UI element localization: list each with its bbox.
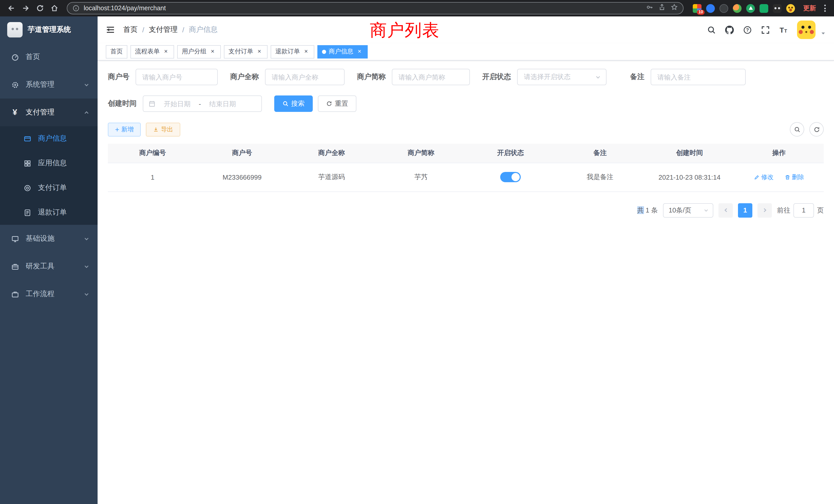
close-icon[interactable]: × xyxy=(303,48,310,55)
search-icon xyxy=(794,126,800,133)
sidebar-fold-icon[interactable] xyxy=(106,25,115,35)
extension-icon-7[interactable] xyxy=(786,4,795,13)
start-date-input[interactable] xyxy=(158,100,197,108)
create-time-range-picker[interactable]: - xyxy=(143,95,262,112)
sidebar-item-payment[interactable]: ¥ 支付管理 xyxy=(0,98,97,126)
extension-icon-6[interactable] xyxy=(773,4,782,13)
tab-merchant-info[interactable]: 商户信息 × xyxy=(317,45,368,58)
sidebar-item-pay-order[interactable]: 支付订单 xyxy=(0,176,97,200)
close-icon[interactable]: × xyxy=(356,48,363,55)
cell-merchant-id: 1 xyxy=(108,163,197,191)
site-info-icon[interactable] xyxy=(72,5,80,12)
table-toolbar: + 新增 导出 xyxy=(108,122,824,137)
trash-icon xyxy=(785,174,790,180)
caret-down-icon[interactable] xyxy=(821,31,826,39)
edit-pencil-icon xyxy=(754,174,760,180)
sidebar-item-workflow[interactable]: 工作流程 xyxy=(0,280,97,308)
short-name-label: 商户简称 xyxy=(357,72,386,82)
extension-icon-4[interactable] xyxy=(746,4,755,13)
payment-submenu: 商户信息 应用信息 支付订单 xyxy=(0,126,97,225)
prev-page-button[interactable] xyxy=(719,203,733,217)
extension-icon-1[interactable] xyxy=(706,4,715,13)
tab-refund-order[interactable]: 退款订单 × xyxy=(271,45,314,58)
url-text[interactable]: localhost:1024/pay/merchant xyxy=(84,5,642,12)
merchant-table: 商户编号 商户号 商户全称 商户简称 开启状态 备注 创建时间 操作 1 xyxy=(108,144,824,192)
search-button[interactable]: 搜索 xyxy=(274,95,313,112)
status-toggle[interactable] xyxy=(500,172,521,182)
coin-icon xyxy=(23,184,32,192)
password-key-icon[interactable] xyxy=(646,4,653,13)
chevron-down-icon xyxy=(84,291,89,297)
tab-home[interactable]: 首页 xyxy=(106,45,127,58)
chrome-update-button[interactable]: 更新 xyxy=(803,4,816,13)
sidebar-item-app-info[interactable]: 应用信息 xyxy=(0,151,97,176)
merchant-name-input[interactable] xyxy=(265,69,345,85)
tab-process-form[interactable]: 流程表单 × xyxy=(130,45,174,58)
sidebar-item-label: 商户信息 xyxy=(38,134,67,143)
font-size-icon[interactable]: TT xyxy=(779,25,788,34)
sidebar-item-merchant-info[interactable]: 商户信息 xyxy=(0,126,97,151)
extensions-menu-icon[interactable]: 10 xyxy=(693,4,702,13)
next-page-button[interactable] xyxy=(758,203,772,217)
chevron-up-icon xyxy=(84,110,89,115)
status-select[interactable]: 请选择开启状态 xyxy=(517,69,607,85)
help-icon[interactable]: ? xyxy=(743,25,752,34)
sidebar-item-system[interactable]: 系统管理 xyxy=(0,71,97,98)
export-button[interactable]: 导出 xyxy=(146,122,180,136)
bookmark-star-icon[interactable] xyxy=(671,4,678,13)
short-name-input[interactable] xyxy=(392,69,470,85)
goto-page-input[interactable] xyxy=(793,203,814,217)
plus-icon: + xyxy=(115,126,119,133)
extension-icon-5[interactable] xyxy=(760,4,768,13)
page-annotation: 商户列表 xyxy=(370,19,440,42)
extension-icon-3[interactable] xyxy=(733,4,742,13)
browser-menu-icon[interactable] xyxy=(821,3,829,14)
home-icon[interactable] xyxy=(48,2,61,14)
delete-button[interactable]: 删除 xyxy=(785,173,804,181)
user-avatar[interactable] xyxy=(797,21,815,39)
sidebar-item-label: 基础设施 xyxy=(26,234,54,243)
cell-merchant-no: M233666999 xyxy=(197,163,287,191)
chevron-down-icon xyxy=(84,82,89,88)
address-bar[interactable]: localhost:1024/pay/merchant xyxy=(67,2,683,14)
cell-actions: 修改 删除 xyxy=(734,163,824,191)
sidebar-item-infrastructure[interactable]: 基础设施 xyxy=(0,225,97,253)
add-button[interactable]: + 新增 xyxy=(108,122,141,136)
close-icon[interactable]: × xyxy=(209,48,216,55)
gear-icon xyxy=(10,81,20,89)
search-icon[interactable] xyxy=(707,25,716,34)
grid-icon xyxy=(23,159,32,167)
end-date-input[interactable] xyxy=(203,100,242,108)
tab-user-group[interactable]: 用户分组 × xyxy=(177,45,221,58)
sidebar-item-label: 应用信息 xyxy=(38,159,67,168)
reload-icon[interactable] xyxy=(34,2,46,14)
extension-icon-2[interactable] xyxy=(720,4,728,13)
sidebar-item-dev-tools[interactable]: 研发工具 xyxy=(0,253,97,280)
remark-input[interactable] xyxy=(651,69,746,85)
fullscreen-icon[interactable] xyxy=(761,25,770,34)
page-content: 商户号 商户全称 商户简称 开启状态 请选择开启状态 xyxy=(97,61,834,504)
sidebar-item-home[interactable]: 首页 xyxy=(0,43,97,71)
reset-button[interactable]: 重置 xyxy=(318,95,356,112)
breadcrumb-current: 商户信息 xyxy=(189,25,218,35)
edit-button[interactable]: 修改 xyxy=(754,173,773,181)
share-icon[interactable] xyxy=(658,4,665,13)
back-icon[interactable] xyxy=(5,2,18,14)
sidebar-item-refund-order[interactable]: 退款订单 xyxy=(0,200,97,225)
briefcase-icon xyxy=(10,290,20,298)
app-title: 芋道管理系统 xyxy=(28,25,71,35)
merchant-id-input[interactable] xyxy=(136,69,218,85)
breadcrumb-payment[interactable]: 支付管理 xyxy=(149,25,178,35)
github-icon[interactable] xyxy=(725,25,734,34)
close-icon[interactable]: × xyxy=(162,48,170,55)
refresh-table-button[interactable] xyxy=(809,122,824,137)
toggle-search-button[interactable] xyxy=(790,122,804,137)
app-logo[interactable]: 芋道管理系统 xyxy=(0,17,97,43)
breadcrumb-home[interactable]: 首页 xyxy=(123,25,138,35)
forward-icon[interactable] xyxy=(20,2,32,14)
page-number-button[interactable]: 1 xyxy=(738,203,752,217)
chevron-right-icon xyxy=(762,207,768,213)
tab-pay-order[interactable]: 支付订单 × xyxy=(224,45,267,58)
close-icon[interactable]: × xyxy=(256,48,263,55)
page-size-select[interactable]: 10条/页 xyxy=(663,203,713,217)
